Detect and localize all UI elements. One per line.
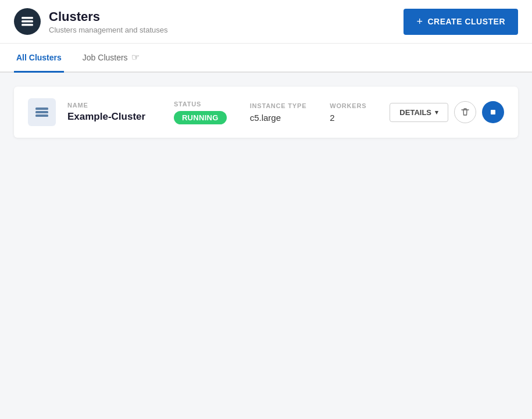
job-clusters-tab-label: Job Clusters — [83, 53, 128, 62]
instance-type-label: INSTANCE TYPE — [250, 102, 307, 109]
svg-rect-1 — [22, 20, 33, 23]
status-item: STATUS RUNNING — [174, 101, 227, 124]
instance-type-item: INSTANCE TYPE c5.large — [250, 102, 307, 123]
workers-value: 2 — [330, 113, 366, 123]
cluster-actions: DETAILS ▾ — [390, 101, 504, 123]
cluster-info: NAME Example-Cluster — [67, 102, 162, 123]
svg-rect-4 — [35, 111, 48, 113]
svg-rect-5 — [35, 114, 48, 117]
svg-rect-2 — [22, 24, 33, 26]
details-button[interactable]: DETAILS ▾ — [390, 103, 448, 122]
status-badge: RUNNING — [174, 111, 227, 124]
content-area: NAME Example-Cluster STATUS RUNNING INST… — [0, 73, 532, 152]
page-subtitle: Clusters management and statuses — [49, 26, 168, 34]
trash-icon — [460, 108, 470, 117]
app-logo — [14, 8, 41, 35]
details-label: DETAILS — [399, 108, 431, 117]
cluster-card: NAME Example-Cluster STATUS RUNNING INST… — [14, 87, 518, 138]
status-label: STATUS — [174, 101, 227, 108]
cluster-icon — [28, 98, 56, 126]
header-left: Clusters Clusters management and statuse… — [14, 8, 168, 35]
cluster-name: Example-Cluster — [67, 111, 162, 123]
all-clusters-tab-label: All Clusters — [16, 53, 62, 62]
page-title: Clusters — [49, 9, 168, 24]
plus-icon: + — [416, 16, 423, 28]
chevron-down-icon: ▾ — [435, 109, 438, 116]
page-header: Clusters Clusters management and statuse… — [0, 0, 532, 44]
stop-button[interactable] — [482, 101, 504, 123]
create-cluster-label: CREATE CLUSTER — [427, 17, 505, 26]
tab-all-clusters[interactable]: All Clusters — [14, 44, 64, 73]
cursor-icon: ☞ — [131, 52, 140, 63]
tab-job-clusters[interactable]: Job Clusters ☞ — [80, 44, 142, 73]
header-title-block: Clusters Clusters management and statuse… — [49, 9, 168, 34]
workers-item: WORKERS 2 — [330, 102, 366, 123]
instance-type-value: c5.large — [250, 113, 307, 123]
svg-rect-6 — [491, 110, 495, 114]
name-label: NAME — [67, 102, 162, 109]
svg-rect-3 — [35, 108, 48, 110]
delete-button[interactable] — [454, 101, 476, 123]
svg-rect-0 — [22, 17, 33, 19]
stop-icon — [488, 108, 498, 117]
cluster-meta: STATUS RUNNING INSTANCE TYPE c5.large WO… — [174, 101, 366, 124]
workers-label: WORKERS — [330, 102, 366, 109]
tabs-bar: All Clusters Job Clusters ☞ — [0, 44, 532, 73]
create-cluster-button[interactable]: + CREATE CLUSTER — [404, 9, 518, 35]
